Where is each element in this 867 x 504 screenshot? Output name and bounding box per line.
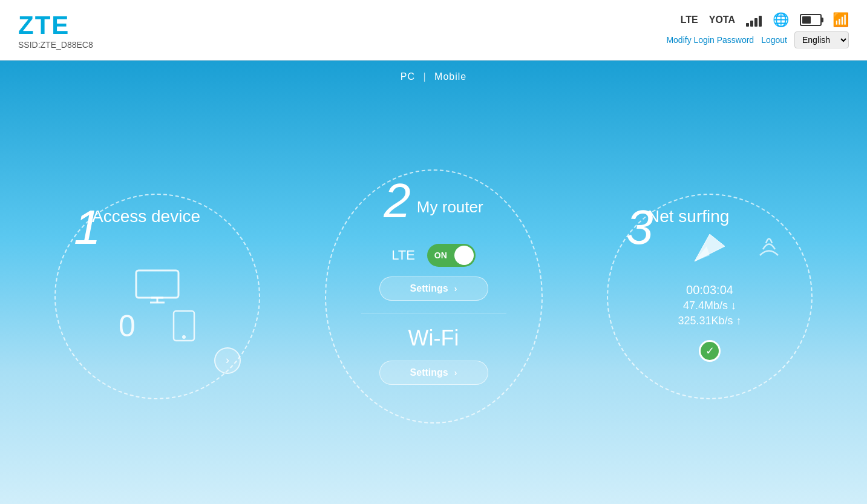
signal-arcs-icon <box>757 228 781 263</box>
separator: | <box>423 71 430 82</box>
toggle-label: ON <box>434 250 447 260</box>
header-right: LTE YOTA 🌐 📶 Modify Login Password Logou… <box>666 12 849 48</box>
wifi-settings-button[interactable]: Settings › <box>379 361 488 385</box>
wifi-icon: 📶 <box>833 12 849 28</box>
zte-logo: ZTE <box>18 11 93 40</box>
circle-net-surfing: 3 Net surfing 00:03:04 47.4M <box>607 194 813 399</box>
access-device-arrow-button[interactable]: › <box>214 347 241 374</box>
circles-area: 1 Access device 0 › <box>0 88 867 504</box>
paper-plane-icon <box>692 231 728 271</box>
logout-link[interactable]: Logout <box>761 35 787 45</box>
yota-label: YOTA <box>709 15 735 25</box>
divider <box>361 313 506 313</box>
wifi-settings-arrow: › <box>454 368 457 378</box>
lte-header-label: LTE <box>681 15 698 25</box>
lte-settings-arrow: › <box>454 284 457 293</box>
lte-settings-button[interactable]: Settings › <box>379 277 488 301</box>
globe-icon: 🌐 <box>773 12 789 28</box>
circle2-header: 2 My router <box>384 177 483 225</box>
language-select[interactable]: English Русский <box>794 31 849 48</box>
connection-check-icon: ✓ <box>699 340 721 362</box>
monitor-icon <box>133 267 182 304</box>
circle2-label: My router <box>417 198 483 217</box>
circle1-label: Access device <box>92 207 200 226</box>
session-time: 00:03:04 <box>686 283 733 297</box>
pc-label: PC <box>401 71 415 82</box>
ssid-label: SSID:ZTE_D88EC8 <box>18 40 93 50</box>
net-stats: 00:03:04 47.4Mb/s ↓ 325.31Kb/s ↑ <box>678 283 741 327</box>
signal-bars-icon <box>746 13 762 27</box>
download-speed: 47.4Mb/s ↓ <box>683 299 736 312</box>
svg-rect-0 <box>136 270 178 298</box>
svg-point-5 <box>182 335 186 339</box>
lte-row: LTE ON <box>391 244 476 267</box>
pc-mobile-bar: PC | Mobile <box>0 61 867 88</box>
device-count: 0 <box>119 309 136 344</box>
modify-password-link[interactable]: Modify Login Password <box>666 35 754 45</box>
circle-access-device: 1 Access device 0 › <box>54 194 260 399</box>
logo-area: ZTE SSID:ZTE_D88EC8 <box>18 11 93 50</box>
mobile-label: Mobile <box>434 71 466 82</box>
lte-label-circle: LTE <box>391 247 415 263</box>
main-content: PC | Mobile 1 Access device 0 <box>0 61 867 504</box>
toggle-knob <box>454 246 474 265</box>
battery-icon <box>800 14 822 26</box>
circle-my-router: 2 My router LTE ON Settings › <box>325 169 543 424</box>
lte-toggle[interactable]: ON <box>427 244 476 267</box>
upload-speed: 325.31Kb/s ↑ <box>678 315 741 327</box>
circle3-label: Net surfing <box>647 207 729 226</box>
lte-settings-label: Settings <box>410 283 448 294</box>
header: ZTE SSID:ZTE_D88EC8 LTE YOTA 🌐 📶 Modify … <box>0 0 867 61</box>
wifi-label: Wi-Fi <box>408 326 459 351</box>
circle2-number: 2 <box>384 177 411 225</box>
wifi-settings-label: Settings <box>410 367 448 378</box>
tablet-icon <box>172 309 196 342</box>
